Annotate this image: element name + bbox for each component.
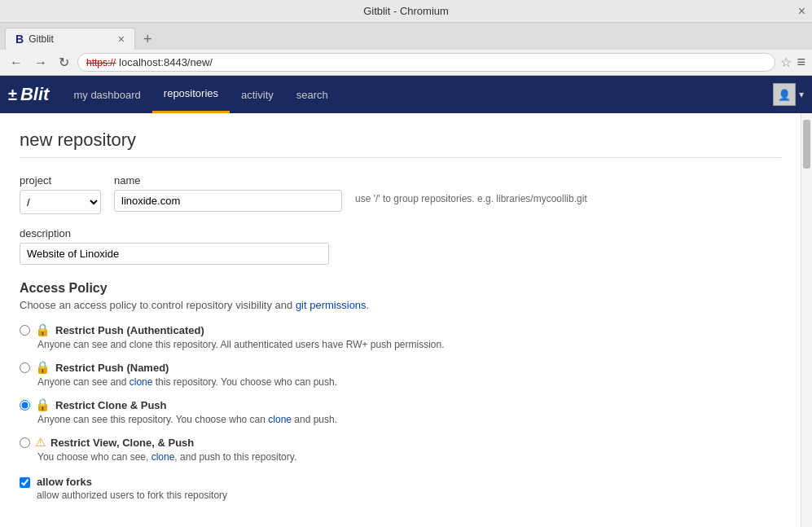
name-input[interactable] [114, 190, 342, 212]
description-input[interactable] [20, 243, 329, 265]
project-group: project / [20, 174, 101, 214]
main-content: new repository project / name use '/' to… [0, 113, 801, 527]
window-close-button[interactable]: × [798, 4, 805, 19]
user-avatar-icon: 👤 [778, 89, 791, 101]
option-restrict-push-named-desc: Anyone can see and clone this repository… [37, 376, 781, 388]
option-restrict-push-auth-text: Restrict Push (Authenticated) [55, 324, 204, 336]
main-area: new repository project / name use '/' to… [0, 113, 812, 527]
radio-restrict-push-auth[interactable] [20, 325, 30, 336]
allow-forks-row: allow forks allow authorized users to fo… [20, 476, 781, 501]
tab-bar: B Gitblit × + [0, 23, 812, 50]
option-restrict-view-clone-push-desc: You choose who can see, clone, and push … [37, 451, 781, 463]
option-restrict-push-auth: 🔒 Restrict Push (Authenticated) Anyone c… [20, 323, 781, 350]
option-restrict-clone-push: 🔒 Restrict Clone & Push Anyone can see t… [20, 397, 781, 425]
desc-3-mid: and push. [292, 414, 337, 425]
gitblit-navbar: ± Blit my dashboard repositories activit… [0, 76, 812, 113]
allow-forks-label: allow forks [37, 476, 227, 488]
desc-2-start: Anyone can see and [37, 376, 129, 388]
browser-menu-button[interactable]: ≡ [797, 54, 805, 71]
browser-chrome: B Gitblit × + ← → ↻ https:// localhost:8… [0, 23, 812, 76]
radio-restrict-view-clone-push[interactable] [20, 437, 30, 448]
gitblit-logo[interactable]: ± Blit [8, 84, 49, 105]
address-bar-row: ← → ↻ https:// localhost:8443/new/ ☆ ≡ [0, 50, 812, 75]
access-policy-section: Access Policy Choose an access policy to… [20, 281, 781, 463]
desc-4-mid: , and push to this repository. [174, 451, 296, 463]
option-restrict-clone-push-text: Restrict Clone & Push [55, 399, 167, 411]
browser-tab[interactable]: B Gitblit × [5, 28, 135, 50]
nav-item-activity[interactable]: activity [230, 76, 285, 113]
clone-link-4[interactable]: clone [151, 451, 175, 463]
option-restrict-push-named-label[interactable]: 🔒 Restrict Push (Named) [20, 360, 781, 375]
option-restrict-view-clone-push-label[interactable]: ⚠ Restrict View, Clone, & Push [20, 435, 781, 450]
clone-link-3[interactable]: clone [268, 414, 292, 425]
tab-favicon: B [15, 33, 24, 46]
radio-restrict-clone-push[interactable] [20, 400, 30, 411]
project-select[interactable]: / [20, 190, 101, 214]
project-name-row: project / name use '/' to group reposito… [20, 174, 781, 214]
user-avatar: 👤 [773, 83, 796, 106]
git-permissions-link[interactable]: git permissions [296, 299, 366, 311]
new-tab-button[interactable]: + [138, 29, 157, 50]
title-bar: Gitblit - Chromium × [0, 0, 812, 23]
nav-item-search[interactable]: search [285, 76, 340, 113]
option-restrict-push-named-text: Restrict Push (Named) [55, 362, 169, 374]
access-policy-desc: Choose an access policy to control repos… [20, 299, 781, 311]
nav-item-my-dashboard[interactable]: my dashboard [62, 76, 151, 113]
clone-link-2[interactable]: clone [129, 376, 153, 388]
lock-icon-1: 🔒 [35, 323, 50, 337]
option-restrict-view-clone-push-text: Restrict View, Clone, & Push [50, 437, 194, 449]
warning-icon: ⚠ [35, 435, 46, 450]
allow-forks-checkbox[interactable] [20, 477, 30, 488]
project-label: project [20, 174, 101, 187]
tab-label: Gitblit [29, 33, 113, 45]
address-security: https:// [86, 57, 116, 68]
name-label: name [114, 174, 342, 187]
option-restrict-view-clone-push: ⚠ Restrict View, Clone, & Push You choos… [20, 435, 781, 463]
access-policy-title: Access Policy [20, 281, 781, 296]
lock-icon-3: 🔒 [35, 397, 50, 412]
option-restrict-clone-push-desc: Anyone can see this repository. You choo… [37, 414, 781, 425]
scrollbar-thumb[interactable] [803, 120, 810, 169]
forward-button[interactable]: → [31, 54, 50, 72]
scrollbar[interactable] [801, 113, 812, 527]
desc-4-start: You choose who can see, [37, 451, 151, 463]
allow-forks-text-group: allow forks allow authorized users to fo… [37, 476, 227, 501]
nav-user[interactable]: 👤 ▾ [773, 83, 804, 106]
address-text: localhost:8443/new/ [119, 56, 766, 68]
option-restrict-push-named: 🔒 Restrict Push (Named) Anyone can see a… [20, 360, 781, 388]
description-label: description [20, 227, 781, 239]
radio-restrict-push-named[interactable] [20, 362, 30, 373]
desc-2-mid: this repository. You choose who can push… [152, 376, 337, 388]
allow-forks-desc: allow authorized users to fork this repo… [37, 490, 227, 501]
lock-icon-2: 🔒 [35, 360, 50, 375]
back-button[interactable]: ← [7, 54, 26, 72]
name-group: name [114, 174, 342, 212]
address-bar[interactable]: https:// localhost:8443/new/ [77, 53, 775, 72]
name-hint-text: use '/' to group repositories. e.g. libr… [355, 193, 587, 204]
window-title: Gitblit - Chromium [363, 5, 449, 17]
option-restrict-clone-push-label[interactable]: 🔒 Restrict Clone & Push [20, 397, 781, 412]
logo-text: Blit [20, 84, 49, 105]
desc-3-start: Anyone can see this repository. You choo… [37, 414, 268, 425]
description-section: description [20, 227, 781, 265]
user-dropdown-button[interactable]: ▾ [799, 89, 804, 100]
page-title: new repository [20, 130, 781, 158]
option-restrict-push-auth-desc: Anyone can see and clone this repository… [37, 339, 781, 350]
nav-item-repositories[interactable]: repositories [152, 76, 230, 113]
access-policy-desc-end: . [366, 299, 370, 311]
refresh-button[interactable]: ↻ [55, 53, 72, 72]
logo-icon: ± [8, 86, 17, 104]
nav-items: my dashboard repositories activity searc… [62, 76, 339, 113]
option-restrict-push-auth-label[interactable]: 🔒 Restrict Push (Authenticated) [20, 323, 781, 337]
name-hint: use '/' to group repositories. e.g. libr… [355, 192, 587, 204]
bookmark-button[interactable]: ☆ [780, 55, 792, 70]
access-policy-desc-start: Choose an access policy to control repos… [20, 299, 296, 311]
tab-close-button[interactable]: × [118, 33, 125, 46]
